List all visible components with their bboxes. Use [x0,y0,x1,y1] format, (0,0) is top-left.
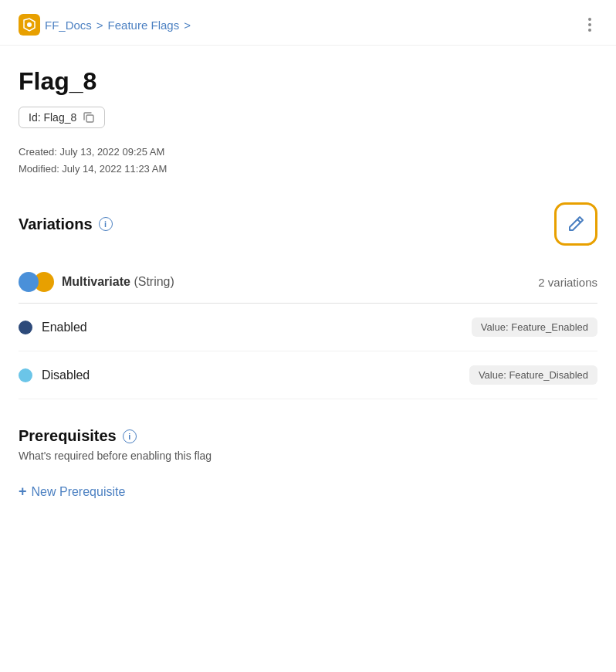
flag-id-text: Id: Flag_8 [29,111,76,124]
breadcrumb: FF_Docs > Feature Flags > [19,14,191,36]
brand-logo-icon [19,14,40,36]
svg-rect-2 [86,115,93,122]
variation-enabled-dot [19,321,32,334]
variation-enabled-left: Enabled [19,321,87,334]
new-prereq-label: New Prerequisite [32,485,126,499]
prerequisites-description: What's required before enabling this fla… [19,450,597,462]
breadcrumb-section-link[interactable]: Feature Flags [108,19,180,32]
breadcrumb-sep-1: > [96,19,103,32]
breadcrumb-project-link[interactable]: FF_Docs [45,19,92,32]
new-prereq-plus-icon: + [19,484,27,500]
prereq-title-group: Prerequisites i [19,427,597,445]
toggle-blue-circle [19,272,39,292]
variations-title-group: Variations i [19,216,113,233]
more-menu-button[interactable] [582,15,597,35]
variations-left: Multivariate (String) [19,272,174,292]
new-prerequisite-button[interactable]: + New Prerequisite [19,484,125,500]
header: FF_Docs > Feature Flags > [0,0,616,46]
variation-disabled-dot [19,368,32,382]
breadcrumb-sep-2: > [184,19,191,32]
variations-type-row: Multivariate (String) 2 variations [19,261,597,304]
modified-timestamp: Modified: July 14, 2022 11:23 AM [19,161,597,178]
main-content: Flag_8 Id: Flag_8 Created: July 13, 2022… [0,46,616,531]
variation-disabled-label: Disabled [42,368,90,382]
created-timestamp: Created: July 13, 2022 09:25 AM [19,144,597,161]
prerequisites-section: Prerequisites i What's required before e… [19,427,597,500]
timestamps: Created: July 13, 2022 09:25 AM Modified… [19,144,597,178]
flag-id-badge: Id: Flag_8 [19,107,105,128]
svg-point-1 [27,22,32,27]
toggle-icons [19,272,54,292]
prerequisites-title: Prerequisites [19,427,117,445]
variation-disabled-left: Disabled [19,368,90,382]
variation-item-disabled: Disabled Value: Feature_Disabled [19,351,597,399]
copy-icon[interactable] [83,111,95,124]
variation-type-sub: (String) [134,275,174,288]
edit-variations-button[interactable] [554,202,597,246]
flag-title: Flag_8 [19,67,597,96]
variation-enabled-value: Value: Feature_Enabled [472,317,597,337]
variation-item-enabled: Enabled Value: Feature_Enabled [19,304,597,351]
variations-title: Variations [19,216,93,233]
variation-count: 2 variations [538,276,597,289]
variation-enabled-label: Enabled [42,321,87,334]
prerequisites-info-icon[interactable]: i [123,429,137,443]
variation-type-label: Multivariate (String) [62,275,174,289]
variations-section-header: Variations i [19,202,597,246]
variations-info-icon[interactable]: i [99,217,113,231]
variation-disabled-value: Value: Feature_Disabled [469,365,597,385]
